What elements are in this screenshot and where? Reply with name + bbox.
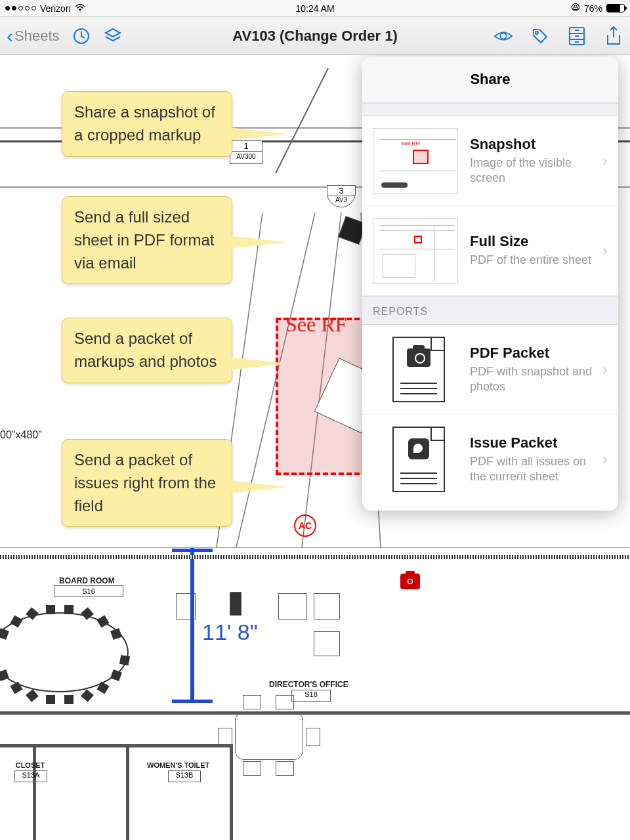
room-id-closet: S13A bbox=[14, 770, 47, 782]
callout-packet: Send a packet of markups and photos bbox=[62, 318, 232, 383]
carrier-label: Verizon bbox=[40, 3, 71, 14]
battery-pct: 76% bbox=[584, 3, 602, 14]
share-option-fullsize[interactable]: Full Size PDF of the entire sheet › bbox=[362, 206, 618, 296]
room-label-womens: WOMEN'S TOILET bbox=[147, 761, 209, 769]
svg-rect-29 bbox=[26, 689, 39, 702]
back-label: Sheets bbox=[14, 28, 60, 45]
layers-button[interactable] bbox=[103, 26, 123, 46]
svg-rect-23 bbox=[64, 605, 74, 614]
recent-button[interactable] bbox=[72, 26, 91, 46]
svg-rect-28 bbox=[10, 681, 22, 694]
svg-rect-22 bbox=[46, 605, 55, 614]
issue-packet-icon bbox=[392, 427, 445, 492]
measurement-value: 11' 8" bbox=[202, 620, 258, 645]
drawing-canvas[interactable]: 1 AV300 3 AV3 See RF AC 11' 8" BOARD ROO… bbox=[0, 55, 630, 840]
tag-button[interactable] bbox=[530, 26, 550, 46]
room-label-directors: DIRECTOR'S OFFICE bbox=[269, 680, 348, 689]
back-button[interactable]: ‹ Sheets bbox=[7, 26, 60, 46]
svg-rect-32 bbox=[81, 689, 94, 702]
room-label-closet: CLOSET bbox=[10, 761, 50, 769]
fullsize-thumb bbox=[373, 218, 458, 284]
status-right: 76% bbox=[571, 3, 625, 14]
svg-rect-25 bbox=[96, 615, 109, 627]
reports-section-label: REPORTS bbox=[362, 296, 618, 325]
callout-fullsize: Send a full sized sheet in PDF format vi… bbox=[62, 196, 232, 284]
svg-rect-26 bbox=[110, 628, 122, 640]
snapshot-thumb: See RFI bbox=[373, 128, 458, 194]
svg-rect-27 bbox=[0, 669, 9, 681]
status-time: 10:24 AM bbox=[295, 3, 334, 14]
share-title: Full Size bbox=[470, 233, 598, 250]
status-bar: Verizon 10:24 AM 76% bbox=[0, 0, 630, 17]
chevron-right-icon: › bbox=[602, 360, 608, 379]
ac-marker[interactable]: AC bbox=[294, 514, 316, 537]
svg-rect-21 bbox=[26, 607, 39, 620]
share-button[interactable] bbox=[604, 26, 623, 46]
svg-rect-31 bbox=[64, 695, 74, 704]
share-title: Snapshot bbox=[470, 136, 598, 153]
photo-marker[interactable] bbox=[400, 574, 420, 589]
svg-point-16 bbox=[408, 579, 413, 584]
av-symbol-2b: AV3 bbox=[327, 196, 355, 203]
svg-point-0 bbox=[79, 10, 81, 11]
boardroom-chairs bbox=[0, 593, 158, 711]
callout-issues: Send a packet of issues right from the f… bbox=[62, 439, 232, 527]
svg-rect-30 bbox=[46, 695, 55, 704]
nav-bar: ‹ Sheets AV103 (Change Order 1) bbox=[0, 17, 630, 55]
signal-icon bbox=[5, 6, 36, 10]
svg-point-3 bbox=[500, 33, 506, 39]
share-title: PDF Packet bbox=[470, 345, 598, 362]
share-popover-title: Share bbox=[362, 56, 618, 103]
av-symbol-1b: AV300 bbox=[230, 152, 262, 160]
share-popover: Share See RFI Snapshot Image of the visi… bbox=[362, 56, 618, 511]
chevron-right-icon: › bbox=[602, 242, 608, 260]
av-symbol-2: 3 bbox=[327, 186, 355, 196]
svg-rect-35 bbox=[119, 655, 130, 665]
share-option-snapshot[interactable]: See RFI Snapshot Image of the visible sc… bbox=[362, 116, 618, 206]
dimension-label: 00"x480" bbox=[0, 429, 42, 441]
status-left: Verizon bbox=[5, 3, 85, 14]
share-option-pdf-packet[interactable]: PDF Packet PDF with snapshot and photos … bbox=[362, 325, 618, 415]
svg-point-4 bbox=[536, 32, 538, 34]
room-id-womens: S13B bbox=[168, 770, 201, 782]
visibility-button[interactable] bbox=[494, 26, 513, 46]
wifi-icon bbox=[75, 3, 85, 14]
chevron-left-icon: ‹ bbox=[7, 26, 13, 46]
svg-rect-20 bbox=[10, 615, 22, 627]
chevron-right-icon: › bbox=[602, 450, 608, 469]
measurement-line[interactable] bbox=[190, 547, 194, 702]
rotation-lock-icon bbox=[571, 3, 580, 14]
page-title: AV103 (Change Order 1) bbox=[232, 28, 397, 45]
battery-icon bbox=[606, 4, 625, 12]
share-sub: PDF of the entire sheet bbox=[470, 253, 598, 268]
svg-line-11 bbox=[276, 68, 328, 173]
svg-rect-19 bbox=[0, 628, 9, 640]
share-sub: Image of the visible screen bbox=[470, 156, 598, 186]
svg-rect-33 bbox=[96, 681, 109, 694]
room-label-board-room: BOARD ROOM bbox=[59, 576, 115, 585]
share-option-issue-packet[interactable]: Issue Packet PDF with all issues on the … bbox=[362, 415, 618, 511]
pdf-packet-icon bbox=[392, 337, 445, 402]
share-sub: PDF with all issues on the current sheet bbox=[470, 454, 598, 485]
callout-snapshot: Share a snapshot of a cropped markup bbox=[62, 91, 232, 157]
chevron-right-icon: › bbox=[602, 152, 608, 170]
av-symbol-1: 1 bbox=[230, 141, 262, 152]
share-title: Issue Packet bbox=[470, 434, 598, 452]
share-sub: PDF with snapshot and photos bbox=[470, 364, 598, 395]
room-id-directors: S18 bbox=[291, 690, 331, 702]
drawer-button[interactable] bbox=[567, 26, 587, 46]
